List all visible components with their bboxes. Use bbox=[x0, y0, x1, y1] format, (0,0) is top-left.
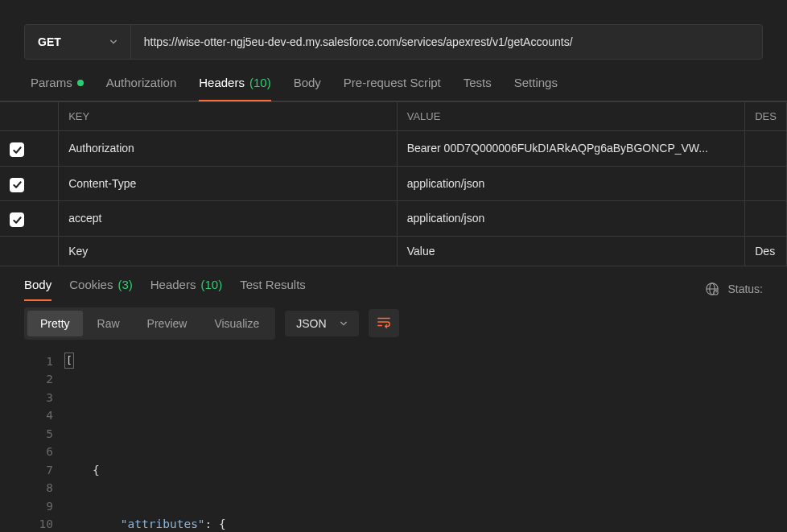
col-value: VALUE bbox=[397, 102, 745, 131]
format-select[interactable]: JSON bbox=[285, 311, 358, 336]
header-value-input[interactable]: Value bbox=[397, 236, 745, 266]
request-tabs: Params Authorization Headers (10) Body P… bbox=[0, 60, 787, 101]
view-mode-tabs: Pretty Raw Preview Visualize bbox=[24, 307, 275, 340]
tab-settings[interactable]: Settings bbox=[514, 76, 558, 101]
wrap-icon bbox=[377, 315, 391, 331]
tab-prerequest[interactable]: Pre-request Script bbox=[344, 76, 441, 101]
table-row: Authorization Bearer 00D7Q000006FUkD!ARk… bbox=[0, 131, 787, 167]
res-tab-test-results[interactable]: Test Results bbox=[240, 278, 306, 301]
table-row-empty: Key Value Des bbox=[0, 236, 787, 266]
wrap-lines-button[interactable] bbox=[369, 309, 399, 337]
header-key-input[interactable]: Key bbox=[59, 236, 398, 266]
line-gutter: 1 2 3 4 5 6 7 8 9 10 bbox=[24, 353, 64, 533]
tab-tests[interactable]: Tests bbox=[464, 76, 492, 101]
header-desc-cell[interactable] bbox=[745, 131, 787, 167]
status-label: Status: bbox=[727, 282, 763, 295]
chevron-down-icon bbox=[109, 38, 117, 46]
url-text: https://wise-otter-ngj5eu-dev-ed.my.sale… bbox=[144, 35, 573, 48]
dot-indicator-icon bbox=[77, 80, 84, 86]
chevron-down-icon bbox=[340, 320, 348, 328]
row-checkbox[interactable] bbox=[10, 212, 24, 227]
col-checkbox bbox=[0, 102, 59, 131]
header-value-cell[interactable]: Bearer 00D7Q000006FUkD!ARkAQPg6aByBGONCP… bbox=[397, 131, 745, 167]
headers-table: KEY VALUE DES Authorization Bearer 00D7Q… bbox=[0, 101, 787, 266]
row-checkbox[interactable] bbox=[10, 178, 24, 192]
globe-icon bbox=[705, 282, 719, 296]
res-tab-cookies[interactable]: Cookies (3) bbox=[69, 278, 133, 301]
header-key-cell[interactable]: Content-Type bbox=[59, 166, 398, 201]
table-row: Content-Type application/json bbox=[0, 166, 787, 201]
col-desc: DES bbox=[745, 102, 787, 131]
code-lines: [ { "attributes": { "type": "Account", "… bbox=[64, 353, 605, 533]
view-tab-raw[interactable]: Raw bbox=[84, 311, 133, 336]
header-value-cell[interactable]: application/json bbox=[397, 201, 745, 237]
res-tab-body[interactable]: Body bbox=[24, 278, 52, 301]
status-area: Status: bbox=[705, 282, 763, 296]
tab-params[interactable]: Params bbox=[31, 76, 84, 101]
http-method-label: GET bbox=[38, 35, 61, 48]
header-desc-cell[interactable] bbox=[745, 201, 787, 237]
response-body-editor[interactable]: 1 2 3 4 5 6 7 8 9 10 [ { "attributes": {… bbox=[0, 353, 787, 533]
res-tab-headers[interactable]: Headers (10) bbox=[150, 278, 222, 301]
url-input[interactable]: https://wise-otter-ngj5eu-dev-ed.my.sale… bbox=[131, 25, 762, 59]
tab-authorization[interactable]: Authorization bbox=[106, 76, 177, 101]
response-tabs: Body Cookies (3) Headers (10) Test Resul… bbox=[24, 278, 306, 301]
header-key-cell[interactable]: Authorization bbox=[59, 131, 398, 167]
header-key-cell[interactable]: accept bbox=[59, 201, 398, 237]
table-row: accept application/json bbox=[0, 201, 787, 237]
header-desc-cell[interactable] bbox=[745, 166, 787, 201]
view-tab-visualize[interactable]: Visualize bbox=[201, 311, 272, 336]
view-tab-preview[interactable]: Preview bbox=[134, 311, 200, 336]
col-key: KEY bbox=[59, 102, 398, 131]
header-desc-input[interactable]: Des bbox=[745, 236, 787, 266]
view-tab-pretty[interactable]: Pretty bbox=[27, 311, 83, 336]
row-checkbox[interactable] bbox=[10, 142, 24, 157]
bracket-marker: [ bbox=[64, 353, 74, 369]
tab-body[interactable]: Body bbox=[294, 76, 321, 101]
tab-headers[interactable]: Headers (10) bbox=[199, 76, 270, 101]
http-method-select[interactable]: GET bbox=[25, 25, 131, 59]
header-value-cell[interactable]: application/json bbox=[397, 166, 745, 201]
